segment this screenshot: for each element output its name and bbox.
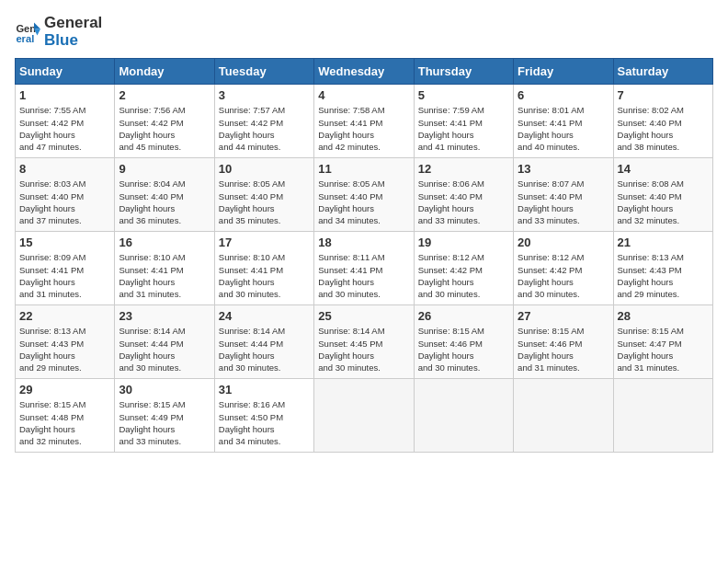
day-number: 30	[119, 383, 210, 396]
calendar-cell: 25Sunrise: 8:14 AMSunset: 4:45 PMDayligh…	[314, 305, 414, 379]
logo-line2: Blue	[44, 32, 102, 50]
calendar-cell: 16Sunrise: 8:10 AMSunset: 4:41 PMDayligh…	[115, 232, 214, 305]
day-info: Sunrise: 8:12 AMSunset: 4:42 PMDaylight …	[518, 251, 609, 300]
day-number: 21	[618, 236, 709, 249]
day-info: Sunrise: 8:14 AMSunset: 4:44 PMDaylight …	[119, 325, 210, 373]
calendar-cell: 1Sunrise: 7:55 AMSunset: 4:42 PMDaylight…	[16, 85, 115, 158]
column-header-tuesday: Tuesday	[214, 59, 313, 85]
column-header-friday: Friday	[514, 59, 613, 85]
header-row: SundayMondayTuesdayWednesdayThursdayFrid…	[16, 59, 713, 85]
day-info: Sunrise: 8:15 AMSunset: 4:49 PMDaylight …	[119, 398, 210, 447]
day-number: 27	[518, 309, 609, 323]
day-info: Sunrise: 8:12 AMSunset: 4:42 PMDaylight …	[418, 251, 509, 300]
day-number: 17	[219, 236, 310, 249]
calendar-cell: 23Sunrise: 8:14 AMSunset: 4:44 PMDayligh…	[115, 305, 214, 379]
calendar-cell: 10Sunrise: 8:05 AMSunset: 4:40 PMDayligh…	[214, 158, 313, 232]
day-number: 4	[318, 88, 409, 102]
day-number: 19	[418, 236, 509, 249]
calendar-cell	[613, 379, 712, 453]
day-number: 24	[219, 309, 310, 323]
day-info: Sunrise: 8:06 AMSunset: 4:40 PMDaylight …	[418, 178, 509, 226]
day-number: 6	[518, 88, 609, 102]
calendar-cell: 22Sunrise: 8:13 AMSunset: 4:43 PMDayligh…	[16, 305, 115, 379]
calendar-cell: 21Sunrise: 8:13 AMSunset: 4:43 PMDayligh…	[613, 232, 712, 305]
calendar-cell: 7Sunrise: 8:02 AMSunset: 4:40 PMDaylight…	[613, 85, 712, 158]
day-info: Sunrise: 8:14 AMSunset: 4:45 PMDaylight …	[318, 325, 409, 373]
day-info: Sunrise: 7:55 AMSunset: 4:42 PMDaylight …	[19, 104, 110, 153]
day-info: Sunrise: 8:15 AMSunset: 4:48 PMDaylight …	[19, 398, 110, 447]
day-number: 18	[318, 236, 409, 249]
calendar-cell: 3Sunrise: 7:57 AMSunset: 4:42 PMDaylight…	[214, 85, 313, 158]
calendar-cell: 30Sunrise: 8:15 AMSunset: 4:49 PMDayligh…	[115, 379, 214, 453]
column-header-monday: Monday	[115, 59, 214, 85]
day-info: Sunrise: 8:08 AMSunset: 4:40 PMDaylight …	[618, 178, 709, 226]
day-info: Sunrise: 8:09 AMSunset: 4:41 PMDaylight …	[19, 251, 110, 300]
calendar-cell	[314, 379, 414, 453]
calendar-cell: 11Sunrise: 8:05 AMSunset: 4:40 PMDayligh…	[314, 158, 414, 232]
day-info: Sunrise: 7:57 AMSunset: 4:42 PMDaylight …	[219, 104, 310, 153]
calendar-cell: 5Sunrise: 7:59 AMSunset: 4:41 PMDaylight…	[414, 85, 513, 158]
calendar-cell: 20Sunrise: 8:12 AMSunset: 4:42 PMDayligh…	[514, 232, 613, 305]
logo-line1: General	[44, 15, 102, 32]
calendar-cell: 28Sunrise: 8:15 AMSunset: 4:47 PMDayligh…	[613, 305, 712, 379]
calendar-cell: 17Sunrise: 8:10 AMSunset: 4:41 PMDayligh…	[214, 232, 313, 305]
day-number: 29	[19, 383, 110, 396]
calendar-table: SundayMondayTuesdayWednesdayThursdayFrid…	[15, 58, 713, 453]
calendar-week-2: 8Sunrise: 8:03 AMSunset: 4:40 PMDaylight…	[16, 158, 713, 232]
day-info: Sunrise: 7:56 AMSunset: 4:42 PMDaylight …	[119, 104, 210, 153]
svg-marker-2	[34, 22, 40, 29]
day-info: Sunrise: 8:04 AMSunset: 4:40 PMDaylight …	[119, 178, 210, 226]
day-number: 1	[19, 88, 110, 102]
day-number: 16	[119, 236, 210, 249]
day-number: 23	[119, 309, 210, 323]
day-info: Sunrise: 8:15 AMSunset: 4:46 PMDaylight …	[518, 325, 609, 373]
day-info: Sunrise: 7:58 AMSunset: 4:41 PMDaylight …	[318, 104, 409, 153]
day-number: 11	[318, 162, 409, 176]
column-header-saturday: Saturday	[613, 59, 712, 85]
calendar-cell: 14Sunrise: 8:08 AMSunset: 4:40 PMDayligh…	[613, 158, 712, 232]
day-info: Sunrise: 8:05 AMSunset: 4:40 PMDaylight …	[318, 178, 409, 226]
day-info: Sunrise: 8:01 AMSunset: 4:41 PMDaylight …	[518, 104, 609, 153]
calendar-cell: 19Sunrise: 8:12 AMSunset: 4:42 PMDayligh…	[414, 232, 513, 305]
day-number: 5	[418, 88, 509, 102]
column-header-thursday: Thursday	[414, 59, 513, 85]
day-info: Sunrise: 8:15 AMSunset: 4:46 PMDaylight …	[418, 325, 509, 373]
day-info: Sunrise: 8:07 AMSunset: 4:40 PMDaylight …	[518, 178, 609, 226]
calendar-cell: 13Sunrise: 8:07 AMSunset: 4:40 PMDayligh…	[514, 158, 613, 232]
logo-icon: Gen eral	[15, 19, 40, 45]
column-header-sunday: Sunday	[16, 59, 115, 85]
calendar-cell: 6Sunrise: 8:01 AMSunset: 4:41 PMDaylight…	[514, 85, 613, 158]
day-info: Sunrise: 7:59 AMSunset: 4:41 PMDaylight …	[418, 104, 509, 153]
logo: Gen eral General Blue	[15, 15, 102, 49]
svg-text:eral: eral	[16, 32, 34, 43]
day-number: 8	[19, 162, 110, 176]
day-number: 22	[19, 309, 110, 323]
calendar-cell: 31Sunrise: 8:16 AMSunset: 4:50 PMDayligh…	[214, 379, 313, 453]
day-info: Sunrise: 8:10 AMSunset: 4:41 PMDaylight …	[219, 251, 310, 300]
day-number: 12	[418, 162, 509, 176]
day-number: 7	[618, 88, 709, 102]
calendar-cell: 27Sunrise: 8:15 AMSunset: 4:46 PMDayligh…	[514, 305, 613, 379]
day-number: 31	[219, 383, 310, 396]
calendar-cell: 29Sunrise: 8:15 AMSunset: 4:48 PMDayligh…	[16, 379, 115, 453]
calendar-week-1: 1Sunrise: 7:55 AMSunset: 4:42 PMDaylight…	[16, 85, 713, 158]
calendar-cell: 15Sunrise: 8:09 AMSunset: 4:41 PMDayligh…	[16, 232, 115, 305]
day-info: Sunrise: 8:16 AMSunset: 4:50 PMDaylight …	[219, 398, 310, 447]
calendar-cell: 18Sunrise: 8:11 AMSunset: 4:41 PMDayligh…	[314, 232, 414, 305]
day-info: Sunrise: 8:03 AMSunset: 4:40 PMDaylight …	[19, 178, 110, 226]
day-number: 15	[19, 236, 110, 249]
day-info: Sunrise: 8:15 AMSunset: 4:47 PMDaylight …	[618, 325, 709, 373]
day-number: 26	[418, 309, 509, 323]
calendar-cell: 12Sunrise: 8:06 AMSunset: 4:40 PMDayligh…	[414, 158, 513, 232]
day-number: 20	[518, 236, 609, 249]
day-number: 9	[119, 162, 210, 176]
calendar-cell: 2Sunrise: 7:56 AMSunset: 4:42 PMDaylight…	[115, 85, 214, 158]
day-number: 3	[219, 88, 310, 102]
header: Gen eral General Blue	[15, 15, 713, 49]
calendar-cell	[514, 379, 613, 453]
day-info: Sunrise: 8:02 AMSunset: 4:40 PMDaylight …	[618, 104, 709, 153]
day-number: 25	[318, 309, 409, 323]
calendar-week-3: 15Sunrise: 8:09 AMSunset: 4:41 PMDayligh…	[16, 232, 713, 305]
day-number: 14	[618, 162, 709, 176]
day-info: Sunrise: 8:13 AMSunset: 4:43 PMDaylight …	[19, 325, 110, 373]
